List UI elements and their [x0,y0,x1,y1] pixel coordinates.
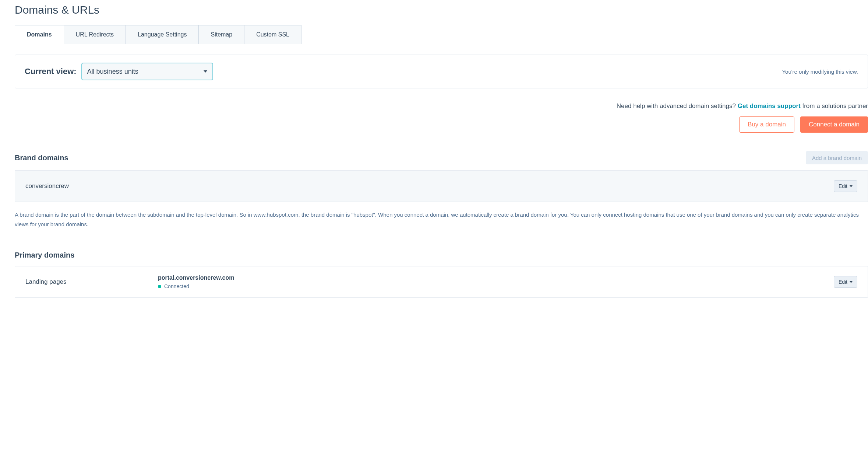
get-support-link[interactable]: Get domains support [738,102,801,109]
primary-domain-type: Landing pages [25,278,99,286]
status-dot-icon [158,285,161,288]
business-unit-select[interactable]: All business units [82,63,213,80]
current-view-panel: Current view: All business units You're … [15,55,868,88]
status-text: Connected [164,283,189,289]
primary-domains-header: Primary domains [15,251,868,259]
edit-label: Edit [839,279,847,285]
chevron-down-icon [204,70,207,73]
tab-url-redirects[interactable]: URL Redirects [64,25,126,44]
brand-edit-button[interactable]: Edit [834,180,857,192]
primary-edit-button[interactable]: Edit [834,276,857,288]
chevron-down-icon [850,185,853,187]
page-title: Domains & URLs [15,4,868,16]
tab-sitemap[interactable]: Sitemap [198,25,244,44]
tabs: Domains URL Redirects Language Settings … [15,25,868,44]
action-row: Buy a domain Connect a domain [15,116,868,133]
buy-domain-button[interactable]: Buy a domain [739,116,794,133]
add-brand-domain-button: Add a brand domain [806,151,868,164]
brand-domains-title: Brand domains [15,154,68,162]
connect-domain-button[interactable]: Connect a domain [800,116,868,133]
brand-domain-card: conversioncrew Edit [15,170,868,202]
view-note: You're only modifying this view. [782,69,858,75]
status-row: Connected [158,283,234,289]
primary-domain-name: portal.conversioncrew.com [158,275,234,281]
help-text: Need help with advanced domain settings?… [15,102,868,110]
help-prefix: Need help with advanced domain settings? [617,102,738,109]
business-unit-selected: All business units [87,68,138,76]
help-suffix: from a solutions partner [801,102,868,109]
primary-domains-title: Primary domains [15,251,74,259]
tab-custom-ssl[interactable]: Custom SSL [244,25,301,44]
brand-domain-description: A brand domain is the part of the domain… [15,210,868,229]
brand-domain-name: conversioncrew [25,182,69,190]
current-view-label: Current view: [25,67,77,76]
tab-domains[interactable]: Domains [15,25,64,44]
tab-language-settings[interactable]: Language Settings [126,25,199,44]
chevron-down-icon [850,281,853,283]
edit-label: Edit [839,183,847,189]
brand-domains-header: Brand domains Add a brand domain [15,151,868,164]
primary-domain-card: Landing pages portal.conversioncrew.com … [15,266,868,298]
